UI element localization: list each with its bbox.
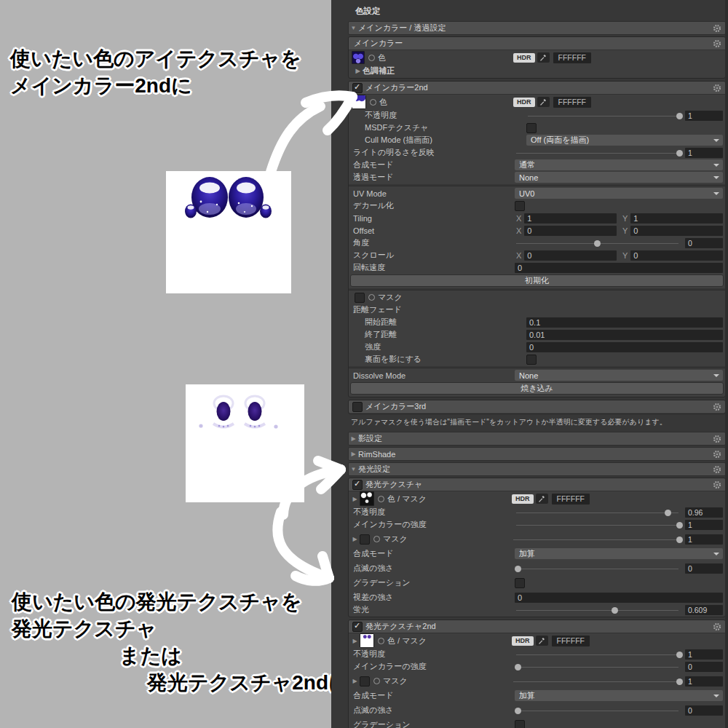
main2-light-value[interactable]: 1: [685, 148, 723, 158]
main2-offset-x-field[interactable]: 0: [524, 226, 617, 236]
tone-correction-row[interactable]: ▶ 色調補正: [349, 65, 725, 77]
emission2-opacity-value[interactable]: 1: [685, 649, 723, 660]
main2-cullmode-dropdown[interactable]: Off (両面を描画): [526, 135, 723, 146]
main2-blendmode-dropdown[interactable]: 通常: [515, 159, 723, 170]
gear-icon[interactable]: [713, 622, 721, 631]
emission1-header[interactable]: ✓ 発光テクスチャ: [349, 478, 725, 491]
emission1-opacity-slider[interactable]: [515, 507, 680, 518]
uv-circle-icon[interactable]: [373, 536, 380, 542]
color-hex-field[interactable]: FFFFFF: [552, 636, 590, 646]
uv-circle-icon[interactable]: [378, 638, 384, 644]
color-hex-field[interactable]: FFFFFF: [553, 97, 591, 108]
uv-circle-icon[interactable]: [368, 294, 375, 301]
foldout-closed-icon[interactable]: ▶: [349, 451, 358, 457]
main2-tiling-y-field[interactable]: 1: [630, 213, 723, 223]
foldout-closed-icon[interactable]: ▶: [350, 638, 360, 644]
reset-button[interactable]: 初期化: [350, 274, 724, 287]
emission2-blink-value[interactable]: 0: [685, 705, 723, 716]
emission2-blink-slider[interactable]: [515, 705, 680, 716]
gear-icon[interactable]: [713, 465, 721, 474]
main2-scroll-x-field[interactable]: 0: [524, 250, 617, 261]
color-hex-field[interactable]: FFFFFF: [553, 52, 591, 63]
gear-icon[interactable]: [713, 24, 721, 33]
gear-icon[interactable]: [713, 403, 721, 411]
foldout-closed-icon[interactable]: ▶: [350, 536, 360, 542]
hdr-badge[interactable]: HDR: [513, 53, 535, 63]
eyedropper-icon[interactable]: [537, 52, 550, 63]
main2-dissolve-dropdown[interactable]: None: [515, 370, 723, 381]
color-hex-field[interactable]: FFFFFF: [552, 494, 590, 505]
foldout-closed-icon[interactable]: ▶: [349, 435, 358, 442]
emission1-mask-value[interactable]: 1: [685, 534, 723, 545]
emission2-header[interactable]: ✓ 発光テクスチャ2nd: [349, 620, 725, 633]
main2-alphamode-dropdown[interactable]: None: [515, 172, 723, 183]
main2-scroll-y-field[interactable]: 0: [630, 250, 723, 261]
emission1-fluor-slider[interactable]: [515, 604, 680, 616]
main2-msdf-checkbox[interactable]: [526, 123, 537, 133]
eyedropper-icon[interactable]: [536, 636, 548, 646]
gear-icon[interactable]: [713, 480, 721, 489]
main2-light-slider[interactable]: [515, 147, 680, 159]
main2-mask-checkbox[interactable]: [355, 293, 365, 303]
main-color-2nd-header[interactable]: ✓ メインカラー2nd: [349, 82, 725, 95]
foldout-open-icon[interactable]: ▼: [349, 25, 358, 31]
eyedropper-icon[interactable]: [537, 97, 550, 107]
section-main-color-header[interactable]: ▼ メインカラー / 透過設定: [348, 21, 726, 35]
section-rimshade-header[interactable]: ▶ RimShade: [348, 447, 726, 461]
main2-tiling-x-field[interactable]: 1: [524, 213, 617, 223]
gear-icon[interactable]: [713, 450, 721, 459]
emission1-blink-value[interactable]: 0: [685, 563, 723, 574]
emission1-gradation-checkbox[interactable]: [515, 578, 525, 588]
main2-rotation-field[interactable]: 0: [515, 263, 723, 273]
emission1-fluor-value[interactable]: 0.609: [685, 605, 723, 615]
main2-offset-y-field[interactable]: 0: [630, 226, 723, 236]
emission2-texture-thumbnail[interactable]: [360, 633, 374, 648]
emission2-mask-value[interactable]: 1: [685, 676, 723, 687]
emission2-opacity-slider[interactable]: [515, 649, 680, 660]
hdr-badge[interactable]: HDR: [512, 494, 534, 504]
main2-angle-value[interactable]: 0: [685, 238, 723, 248]
main2-fade-start-field[interactable]: 0.1: [526, 317, 723, 328]
emission1-checkbox[interactable]: ✓: [352, 480, 363, 490]
main2-fade-end-field[interactable]: 0.01: [526, 330, 723, 340]
main2-fade-strength-field[interactable]: 0: [526, 342, 723, 352]
scrollbar[interactable]: [725, 0, 728, 728]
hdr-badge[interactable]: HDR: [513, 98, 535, 107]
main-color-3rd-header[interactable]: メインカラー3rd: [349, 400, 725, 413]
hdr-badge[interactable]: HDR: [512, 636, 534, 646]
uv-circle-icon[interactable]: [378, 496, 384, 502]
gear-icon[interactable]: [713, 435, 721, 443]
bake-button[interactable]: 焼き込み: [350, 382, 724, 395]
emission2-gradation-checkbox[interactable]: [515, 720, 525, 728]
main-color-texture-thumbnail[interactable]: [352, 51, 365, 64]
main2-opacity-slider[interactable]: [526, 110, 680, 122]
emission1-texture-thumbnail[interactable]: [360, 491, 374, 506]
main-color-2nd-checkbox[interactable]: ✓: [352, 83, 363, 93]
emission1-blend-dropdown[interactable]: 加算: [515, 548, 723, 559]
gear-icon[interactable]: [713, 84, 721, 92]
emission1-mask-checkbox[interactable]: [360, 534, 370, 545]
main-color-header[interactable]: メインカラー: [349, 37, 725, 50]
gear-icon[interactable]: [713, 39, 721, 48]
main2-uvmode-dropdown[interactable]: UV0: [515, 188, 723, 199]
emission1-blink-slider[interactable]: [515, 563, 680, 574]
emission2-strength-slider[interactable]: [515, 661, 680, 673]
foldout-open-icon[interactable]: ▼: [349, 466, 358, 472]
emission2-mask-checkbox[interactable]: [360, 676, 370, 687]
section-shadow-header[interactable]: ▶ 影設定: [348, 432, 726, 446]
uv-circle-icon[interactable]: [373, 678, 380, 684]
emission2-mask-slider[interactable]: [512, 676, 680, 687]
emission1-parallax-field[interactable]: 0: [515, 593, 723, 603]
main2-backface-checkbox[interactable]: [526, 355, 537, 365]
emission1-opacity-value[interactable]: 0.96: [685, 507, 723, 518]
main-color-3rd-checkbox[interactable]: [352, 402, 363, 412]
emission2-strength-value[interactable]: 0: [685, 662, 723, 672]
uv-circle-icon[interactable]: [368, 55, 375, 61]
main2-decal-checkbox[interactable]: [515, 201, 525, 211]
emission1-strength-slider[interactable]: [515, 519, 680, 531]
main2-opacity-value[interactable]: 1: [685, 111, 723, 121]
foldout-closed-icon[interactable]: ▶: [350, 496, 360, 502]
uv-circle-icon[interactable]: [370, 99, 376, 106]
foldout-closed-icon[interactable]: ▶: [350, 678, 360, 684]
section-emission-header[interactable]: ▼ 発光設定: [348, 462, 726, 476]
